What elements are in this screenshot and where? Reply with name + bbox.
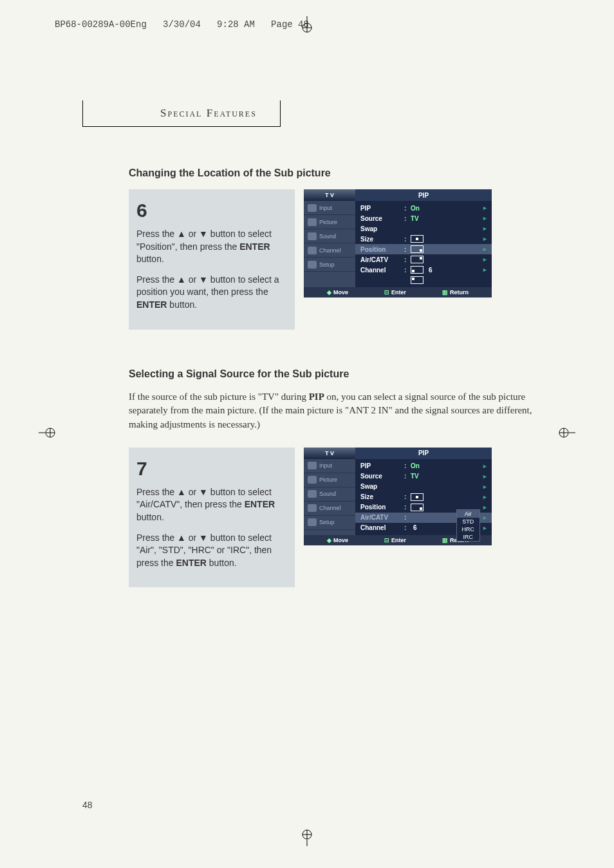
enter-icon: ⊡ xyxy=(384,289,389,296)
picture-icon xyxy=(308,476,317,484)
sound-icon xyxy=(308,232,317,240)
position-bl-icon xyxy=(411,266,423,274)
move-icon: ◆ xyxy=(327,537,331,543)
step-7-instructions: 7 Press the ▲ or ▼ button to select "Air… xyxy=(129,448,295,588)
size-icon xyxy=(411,235,423,243)
return-icon: ▥ xyxy=(442,537,448,543)
step-6-instructions: 6 Press the ▲ or ▼ button to select "Pos… xyxy=(129,189,295,330)
osd-screenshot-1: T V PIP Input Picture Sound Channel Setu… xyxy=(304,189,492,297)
step-number-6: 6 xyxy=(136,197,287,224)
subsection-title-2: Selecting a Signal Source for the Sub pi… xyxy=(129,368,547,380)
dropdown-item: Air xyxy=(457,510,480,518)
dropdown-item: STD xyxy=(457,518,480,525)
page-number: 48 xyxy=(82,800,93,810)
move-icon: ◆ xyxy=(327,289,331,296)
subsection-title-1: Changing the Location of the Sub picture xyxy=(129,167,547,179)
setup-icon xyxy=(308,518,317,526)
sound-icon xyxy=(308,490,317,498)
dropdown-item: IRC xyxy=(457,533,480,541)
section-header-text: Special Features xyxy=(160,107,257,119)
osd-menu-title: PIP xyxy=(355,189,492,201)
input-icon xyxy=(308,462,317,469)
setup-icon xyxy=(308,261,317,269)
crop-mark-top-icon xyxy=(298,16,316,37)
enter-icon: ⊡ xyxy=(384,537,389,543)
osd-tv-label: T V xyxy=(304,450,355,457)
osd-footer: ◆Move ⊡Enter ▥Return xyxy=(304,287,492,297)
date: 3/30/04 xyxy=(163,19,201,30)
section-header: Special Features xyxy=(82,100,281,127)
osd-tv-label: T V xyxy=(304,192,355,198)
section-2-description: If the source of the sub picture is "TV"… xyxy=(129,390,547,432)
position-tr-icon xyxy=(411,256,423,263)
position-br-icon xyxy=(411,245,423,253)
input-icon xyxy=(308,204,317,212)
position-tl-icon xyxy=(411,276,423,284)
osd-sidebar: Input Picture Sound Channel Setup xyxy=(304,459,355,535)
dropdown-item: HRC xyxy=(457,525,480,533)
crop-mark-left-icon xyxy=(39,424,57,444)
print-header: BP68-00289A-00Eng 3/30/04 9:28 AM Page 4… xyxy=(55,19,309,30)
osd-screenshot-2: T V PIP Input Picture Sound Channel Setu… xyxy=(304,448,492,545)
time: 9:28 AM xyxy=(217,19,255,30)
channel-icon xyxy=(308,504,317,512)
picture-icon xyxy=(308,218,317,226)
aircatv-dropdown: Air STD HRC IRC xyxy=(456,509,481,542)
size-icon xyxy=(411,493,423,501)
step-number-7: 7 xyxy=(136,455,287,482)
channel-icon xyxy=(308,247,317,254)
osd-sidebar: Input Picture Sound Channel Setup xyxy=(304,201,355,287)
osd-menu-title: PIP xyxy=(355,448,492,459)
crop-mark-bottom-icon xyxy=(298,828,316,849)
step-6-block: 6 Press the ▲ or ▼ button to select "Pos… xyxy=(129,189,547,330)
return-icon: ▥ xyxy=(442,289,448,296)
position-br-icon xyxy=(411,504,423,511)
filename: BP68-00289A-00Eng xyxy=(55,19,147,30)
step-7-block: 7 Press the ▲ or ▼ button to select "Air… xyxy=(129,448,547,588)
crop-mark-right-icon xyxy=(557,424,575,444)
